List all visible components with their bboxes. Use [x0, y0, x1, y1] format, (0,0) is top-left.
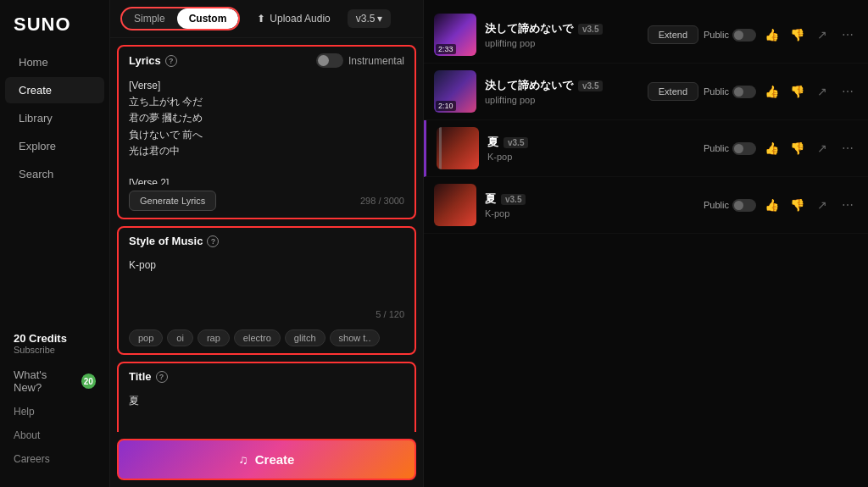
song-thumbnail: 2:33 — [434, 14, 476, 56]
style-tags: pop oi rap electro glitch show t.. — [119, 324, 415, 353]
style-tag-rap[interactable]: rap — [198, 329, 230, 346]
more-button[interactable]: ⋯ — [837, 25, 858, 45]
instrumental-label: Instrumental — [348, 55, 404, 67]
public-toggle: Public — [704, 86, 756, 98]
lyrics-info-icon[interactable]: ? — [165, 55, 177, 67]
more-button[interactable]: ⋯ — [837, 81, 858, 102]
generate-lyrics-button[interactable]: Generate Lyrics — [129, 191, 216, 211]
whats-new-item[interactable]: What's New? 20 — [0, 362, 109, 401]
style-section: Style of Music ? K-pop 5 / 120 pop oi ra… — [117, 226, 416, 355]
thumbs-down-button[interactable]: 👎 — [787, 195, 807, 215]
style-tag-show[interactable]: show t.. — [330, 329, 381, 346]
song-actions: Extend Public 👍 👎 ↗ ⋯ — [648, 25, 858, 45]
song-item[interactable]: 2:33 決して諦めないで v3.5 uplifting pop Extend … — [424, 7, 868, 64]
share-button[interactable]: ↗ — [812, 138, 832, 158]
public-label: Public — [704, 200, 729, 210]
extend-button[interactable]: Extend — [648, 25, 698, 44]
public-label: Public — [704, 86, 729, 97]
share-button[interactable]: ↗ — [812, 81, 832, 102]
song-title: 夏 v3.5 — [485, 191, 695, 207]
title-textarea[interactable]: 夏 — [119, 390, 415, 432]
version-badge[interactable]: v3.5 ▾ — [348, 9, 392, 28]
sidebar-item-library[interactable]: Library — [5, 105, 104, 131]
sidebar-item-create[interactable]: Create — [5, 77, 104, 103]
thumbs-up-button[interactable]: 👍 — [761, 81, 782, 102]
simple-mode-button[interactable]: Simple — [122, 8, 177, 29]
share-button[interactable]: ↗ — [812, 25, 832, 45]
style-footer: 5 / 120 — [119, 307, 415, 324]
song-title: 夏 v3.5 — [487, 135, 695, 150]
title-info-icon[interactable]: ? — [156, 371, 168, 383]
style-tag-electro[interactable]: electro — [234, 329, 281, 346]
create-label: Create — [255, 452, 295, 467]
thumbs-up-button[interactable]: 👍 — [761, 195, 782, 215]
public-label: Public — [704, 143, 729, 153]
style-textarea[interactable]: K-pop — [119, 254, 415, 305]
sidebar-item-help[interactable]: Help — [0, 401, 109, 423]
song-version: v3.5 — [578, 24, 603, 35]
song-title: 決して諦めないで v3.5 — [485, 78, 639, 93]
extend-button[interactable]: Extend — [648, 82, 698, 101]
credits-amount: 20 Credits — [14, 332, 96, 345]
lyrics-textarea[interactable]: [Verse] 立ち上がれ 今だ 君の夢 摑むため 負けないで 前へ 光は君の中… — [119, 75, 415, 185]
style-info-icon[interactable]: ? — [207, 235, 219, 247]
song-item[interactable]: 2:10 決して諦めないで v3.5 uplifting pop Extend … — [424, 64, 868, 120]
lyrics-section: Lyrics ? Instrumental [Verse] 立ち上がれ 今だ 君… — [117, 45, 416, 219]
share-button[interactable]: ↗ — [812, 195, 832, 215]
style-tag-glitch[interactable]: glitch — [285, 329, 326, 346]
title-label: Title ? — [129, 370, 168, 383]
style-tag-oi[interactable]: oi — [167, 329, 193, 346]
create-panel: Simple Custom ⬆ Upload Audio v3.5 ▾ Lyri… — [110, 0, 424, 487]
thumbs-up-button[interactable]: 👍 — [761, 25, 782, 45]
song-genre: K-pop — [487, 152, 695, 162]
lyrics-footer: Generate Lyrics 298 / 3000 — [119, 187, 415, 218]
songs-panel: 2:33 決して諦めないで v3.5 uplifting pop Extend … — [424, 0, 868, 487]
public-switch[interactable] — [732, 199, 756, 212]
song-actions: Extend Public 👍 👎 ↗ ⋯ — [648, 81, 858, 102]
title-section-header: Title ? — [119, 363, 415, 390]
main-content: Simple Custom ⬆ Upload Audio v3.5 ▾ Lyri… — [110, 0, 868, 487]
song-item[interactable]: 夏 v3.5 K-pop Public 👍 👎 ↗ ⋯ — [424, 177, 868, 234]
subscribe-link[interactable]: Subscribe — [14, 345, 96, 355]
song-thumbnail — [437, 127, 479, 169]
song-genre: K-pop — [485, 208, 695, 219]
instrumental-switch[interactable] — [316, 53, 343, 68]
song-info: 決して諦めないで v3.5 uplifting pop — [485, 78, 639, 105]
upload-audio-button[interactable]: ⬆ Upload Audio — [247, 8, 340, 29]
lyrics-section-header: Lyrics ? Instrumental — [119, 47, 415, 75]
public-switch[interactable] — [732, 86, 756, 98]
song-info: 夏 v3.5 K-pop — [485, 191, 695, 219]
song-version: v3.5 — [504, 137, 528, 148]
sidebar-item-careers[interactable]: Careers — [0, 448, 109, 470]
custom-mode-button[interactable]: Custom — [177, 8, 239, 29]
sidebar: SUNO Home Create Library Explore Search … — [0, 0, 110, 487]
thumbs-down-button[interactable]: 👎 — [787, 81, 807, 102]
thumbs-down-button[interactable]: 👎 — [787, 138, 807, 158]
thumbs-down-button[interactable]: 👎 — [787, 25, 807, 45]
song-genre: uplifting pop — [485, 95, 639, 105]
public-toggle: Public — [704, 142, 756, 155]
public-label: Public — [704, 30, 729, 40]
song-item[interactable]: 夏 v3.5 K-pop Public 👍 👎 ↗ ⋯ — [424, 120, 868, 177]
mode-toggle-group: Simple Custom — [120, 7, 240, 30]
whats-new-badge: 20 — [81, 374, 96, 389]
upload-icon: ⬆ — [257, 13, 265, 25]
public-switch[interactable] — [732, 29, 756, 42]
sidebar-item-home[interactable]: Home — [5, 49, 104, 75]
sidebar-item-about[interactable]: About — [0, 424, 109, 446]
title-section: Title ? 夏 1 / 80 — [117, 362, 416, 432]
song-info: 夏 v3.5 K-pop — [487, 135, 695, 162]
chevron-down-icon: ▾ — [377, 13, 382, 25]
sidebar-item-explore[interactable]: Explore — [5, 133, 104, 159]
top-bar: Simple Custom ⬆ Upload Audio v3.5 ▾ — [110, 0, 423, 38]
style-char-count: 5 / 120 — [376, 309, 404, 319]
sidebar-item-search[interactable]: Search — [5, 161, 104, 187]
public-switch[interactable] — [732, 142, 756, 155]
create-button[interactable]: ♫ Create — [117, 439, 416, 480]
more-button[interactable]: ⋯ — [837, 195, 858, 215]
style-tag-pop[interactable]: pop — [129, 329, 163, 346]
more-button[interactable]: ⋯ — [837, 138, 858, 158]
public-toggle: Public — [704, 199, 756, 212]
thumbs-up-button[interactable]: 👍 — [761, 138, 782, 158]
song-version: v3.5 — [501, 194, 526, 205]
